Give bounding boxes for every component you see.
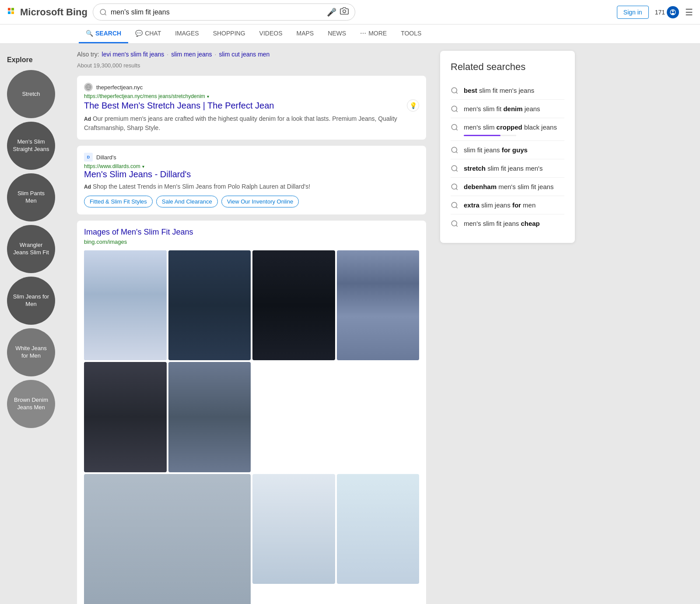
- search-bar[interactable]: 🎤: [93, 4, 355, 21]
- svg-point-5: [100, 9, 105, 14]
- result-card-2: D Dillard's https://www.dillards.com ▾ M…: [77, 146, 426, 214]
- content-area: Also try: levi men's slim fit jeans · sl…: [70, 51, 433, 604]
- svg-line-15: [456, 110, 457, 112]
- source-url-1: https://theperfectjean.nyc/mens jeans/st…: [84, 93, 419, 99]
- explore-item-brown-denim[interactable]: Brown Denim Jeans Men: [7, 380, 55, 428]
- jeans-image-8[interactable]: [252, 474, 335, 584]
- explore-item-slim-pants[interactable]: Slim Pants Men: [7, 173, 55, 221]
- nav-videos[interactable]: VIDEOS: [252, 25, 290, 43]
- nav-maps[interactable]: MAPS: [289, 25, 321, 43]
- svg-line-25: [456, 207, 457, 208]
- related-item-7[interactable]: extra slim jeans for men: [451, 196, 564, 214]
- related-searches-title: Related searches: [451, 61, 564, 73]
- nav-search[interactable]: 🔍 SEARCH: [79, 25, 128, 43]
- svg-point-9: [672, 10, 674, 12]
- svg-point-22: [452, 184, 457, 189]
- related-search-icon-4: [451, 146, 458, 154]
- related-item-1[interactable]: best slim fit men's jeans: [451, 81, 564, 100]
- sitelink-sale[interactable]: Sale And Clearance: [156, 196, 218, 207]
- also-try-link-2[interactable]: slim men jeans: [171, 51, 212, 58]
- url-dropdown-1[interactable]: ▾: [207, 94, 209, 99]
- url-dropdown-2[interactable]: ▾: [142, 164, 144, 169]
- explore-item-wrangler[interactable]: Wrangler Jeans Slim Fit: [7, 225, 55, 273]
- related-search-icon-3: [451, 123, 458, 131]
- sitelink-fitted[interactable]: Fitted & Slim Fit Styles: [84, 196, 153, 207]
- explore-item-slim-jeans[interactable]: Slim Jeans for Men: [7, 277, 55, 325]
- related-item-3[interactable]: men's slim cropped black jeans: [451, 118, 564, 141]
- svg-line-19: [456, 151, 457, 153]
- images-grid: [84, 250, 419, 604]
- explore-item-white-jeans[interactable]: White Jeans for Men: [7, 328, 55, 376]
- jeans-image-1[interactable]: [84, 250, 167, 360]
- explore-title: Explore: [7, 56, 63, 64]
- related-text-7: extra slim jeans for men: [464, 200, 536, 210]
- explore-item-mens-slim[interactable]: Men's Slim Straight Jeans: [7, 122, 55, 170]
- images-source[interactable]: bing.com/images: [84, 239, 419, 245]
- reward-badge: 171: [655, 6, 679, 18]
- header-right: Sign in 171 ☰: [617, 6, 693, 19]
- result-title-1[interactable]: The Best Men's Stretch Jeans | The Perfe…: [84, 99, 419, 112]
- svg-line-23: [456, 188, 457, 190]
- header: Microsoft Bing 🎤 Sign in 171 ☰: [0, 0, 700, 25]
- svg-point-7: [343, 10, 346, 13]
- result-source-1: theperfectjean.nyc: [84, 83, 419, 91]
- jeans-image-6[interactable]: [168, 362, 251, 472]
- result-desc-1: Ad Our premium men's jeans are crafted w…: [84, 114, 419, 133]
- nav-news[interactable]: NEWS: [321, 25, 353, 43]
- svg-rect-1: [8, 8, 10, 11]
- bing-logo: Microsoft Bing: [7, 7, 88, 18]
- related-search-icon-6: [451, 183, 458, 191]
- source-favicon-2: D: [84, 153, 93, 162]
- svg-point-16: [452, 124, 457, 130]
- images-section: Images of Men's Slim Fit Jeans bing.com/…: [77, 221, 426, 604]
- images-title[interactable]: Images of Men's Slim Fit Jeans: [84, 228, 419, 237]
- related-item-5[interactable]: stretch slim fit jeans men's: [451, 159, 564, 178]
- also-try-link-1[interactable]: levi men's slim fit jeans: [102, 51, 164, 58]
- lightbulb-btn-1[interactable]: 💡: [407, 99, 419, 112]
- result-title-2[interactable]: Men's Slim Jeans - Dillard's: [84, 169, 419, 179]
- nav-more[interactable]: ⋯ MORE: [353, 25, 394, 43]
- source-name-1: theperfectjean.nyc: [96, 84, 143, 91]
- nav-bar: 🔍 SEARCH 💬 CHAT IMAGES SHOPPING VIDEOS M…: [0, 25, 700, 44]
- svg-point-12: [452, 88, 457, 93]
- jeans-image-4[interactable]: [337, 250, 420, 360]
- search-input[interactable]: [111, 8, 323, 16]
- sign-in-button[interactable]: Sign in: [617, 6, 649, 19]
- svg-point-14: [452, 106, 457, 111]
- related-search-icon-7: [451, 201, 458, 209]
- jeans-image-3[interactable]: [252, 250, 335, 360]
- jeans-image-7[interactable]: [84, 474, 251, 604]
- also-try-link-3[interactable]: slim cut jeans men: [219, 51, 270, 58]
- also-try-label: Also try:: [77, 51, 99, 58]
- jeans-image-9[interactable]: [337, 474, 420, 584]
- source-favicon-1: [84, 83, 93, 91]
- explore-item-stretch[interactable]: Stretch: [7, 70, 55, 118]
- bing-logo-text: Microsoft Bing: [20, 7, 88, 18]
- svg-point-26: [452, 221, 457, 226]
- related-text-4: slim fit jeans for guys: [464, 145, 528, 155]
- nav-shopping[interactable]: SHOPPING: [206, 25, 252, 43]
- search-icon: [99, 8, 107, 16]
- svg-point-24: [452, 202, 457, 207]
- related-item-4[interactable]: slim fit jeans for guys: [451, 141, 564, 159]
- svg-line-21: [456, 170, 457, 171]
- nav-images[interactable]: IMAGES: [168, 25, 206, 43]
- nav-chat[interactable]: 💬 CHAT: [128, 25, 168, 43]
- camera-icon[interactable]: [340, 7, 349, 18]
- svg-line-13: [456, 92, 457, 93]
- sitelink-inventory[interactable]: View Our Inventory Online: [221, 196, 299, 207]
- nav-tools[interactable]: TOOLS: [394, 25, 428, 43]
- mic-icon[interactable]: 🎤: [327, 7, 336, 17]
- svg-rect-2: [11, 8, 14, 11]
- reward-icon[interactable]: [667, 6, 679, 18]
- hamburger-menu[interactable]: ☰: [685, 7, 693, 18]
- related-item-2[interactable]: men's slim fit denim jeans: [451, 100, 564, 118]
- jeans-image-2[interactable]: [168, 250, 251, 360]
- svg-line-27: [456, 225, 457, 226]
- jeans-image-5[interactable]: [84, 362, 167, 472]
- related-search-icon-8: [451, 220, 458, 228]
- related-item-8[interactable]: men's slim fit jeans cheap: [451, 214, 564, 232]
- related-item-6[interactable]: debenham men's slim fit jeans: [451, 178, 564, 196]
- bing-logo-icon: [7, 7, 18, 18]
- explore-sidebar: Explore Stretch Men's Slim Straight Jean…: [0, 51, 70, 604]
